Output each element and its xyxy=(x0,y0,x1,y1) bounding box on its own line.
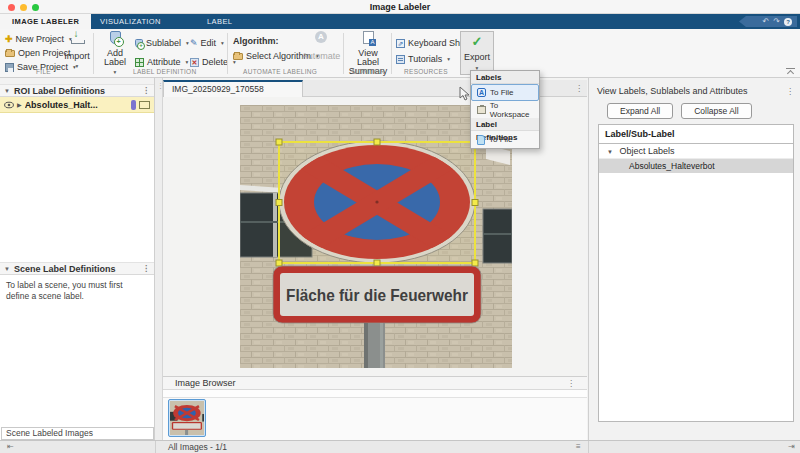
status-bar: ⇤ All Images - 1/1 ≡ ⇥ xyxy=(0,440,800,453)
section-label-monitor: MONITOR xyxy=(352,68,385,75)
tutorials-button[interactable]: Tutorials xyxy=(396,53,450,65)
algorithm-folder-icon xyxy=(233,53,243,60)
scene-panel-menu-icon[interactable]: ⋮ xyxy=(142,264,150,273)
visibility-eye-icon[interactable] xyxy=(4,101,14,109)
object-labels-group-row[interactable]: ▼ Object Labels xyxy=(599,144,793,159)
collapse-all-button[interactable]: Collapse All xyxy=(681,103,751,119)
export-labels-to-workspace-item[interactable]: To Workspace xyxy=(471,101,539,118)
section-label-file: FILE xyxy=(36,68,51,75)
ribbon-toolbar: ✚ New Project Open Project Save Project … xyxy=(0,29,800,78)
tab-visualization[interactable]: VISUALIZATION xyxy=(88,14,173,29)
scene-help-text: To label a scene, you must first define … xyxy=(0,275,154,307)
thumbnail-strip xyxy=(163,398,587,440)
view-label-summary-button[interactable]: View Label Summary xyxy=(347,31,389,71)
left-panel: ▼ ROI Label Definitions ⋮ ▶ Absolutes_Ha… xyxy=(0,78,155,440)
automate-button: A Automate xyxy=(303,31,339,71)
export-labels-to-file-item[interactable]: A To File xyxy=(471,84,539,101)
label-row-absolutes-halteverbot[interactable]: Absolutes_Halteverbot xyxy=(599,159,793,173)
scene-labeled-images-label: Scene Labeled Images xyxy=(1,427,154,440)
workspace-icon xyxy=(477,106,486,114)
tutorials-icon xyxy=(396,55,405,64)
collapse-caret-icon: ▼ xyxy=(4,266,10,272)
definitions-file-icon xyxy=(477,135,485,145)
sublabel-icon xyxy=(135,39,143,48)
sign-pole xyxy=(364,323,385,368)
fire-lane-sign-text: Fläche für die Feuerwehr xyxy=(286,286,468,305)
main-area: ▼ ROI Label Definitions ⋮ ▶ Absolutes_Ha… xyxy=(0,78,800,440)
import-button[interactable]: Import xyxy=(63,31,91,71)
import-dropdown-arrow xyxy=(76,61,79,71)
labels-table: Label/Sub-Label ▼ Object Labels Absolute… xyxy=(598,124,794,422)
layout-toggle-icon[interactable]: ≡ xyxy=(576,442,581,451)
view-labels-header: View Labels, Sublabels and Attributes ⋮ xyxy=(589,78,800,98)
export-dropdown-menu: Labels A To File To Workspace Label Defi… xyxy=(470,70,540,149)
fire-lane-sign: Fläche für die Feuerwehr xyxy=(273,266,481,323)
panel-splitter[interactable]: ⋮ xyxy=(155,78,163,440)
go-to-last-icon[interactable]: ⇥ xyxy=(788,442,795,451)
tab-label[interactable]: LABEL xyxy=(195,14,244,29)
keyboard-shortcuts-icon: ⇗ xyxy=(396,39,405,48)
add-label-button[interactable]: Add Label xyxy=(99,31,131,71)
collapse-ribbon-icon[interactable] xyxy=(786,68,795,75)
attribute-icon xyxy=(135,58,144,67)
group-collapse-caret-icon: ▼ xyxy=(607,149,613,155)
section-label-resources: RESOURCES xyxy=(404,68,448,75)
add-label-icon xyxy=(110,31,121,44)
ribbon-tab-bar: IMAGE LABELER VISUALIZATION LABEL ↶ ↷ ? xyxy=(0,14,800,29)
all-images-count: All Images - 1/1 xyxy=(168,442,227,452)
open-folder-icon xyxy=(5,50,15,57)
attribute-button[interactable]: Attribute xyxy=(135,56,188,68)
edit-button[interactable]: ✎ Edit xyxy=(190,37,224,49)
expand-caret-icon[interactable]: ▶ xyxy=(17,101,22,108)
save-icon xyxy=(5,63,14,72)
label-color-swatch[interactable] xyxy=(131,100,136,110)
tabstrip-menu-icon[interactable]: ⋮ xyxy=(575,84,583,93)
title-bar: Image Labeler xyxy=(0,0,800,14)
image-labeler-window: Image Labeler IMAGE LABELER VISUALIZATIO… xyxy=(0,0,800,453)
edit-icon: ✎ xyxy=(190,39,198,48)
roi-label-row[interactable]: ▶ Absolutes_Halt... xyxy=(0,97,154,113)
collapse-caret-icon: ▼ xyxy=(4,88,10,94)
image-browser-header[interactable]: Image Browser ⋮ xyxy=(163,376,587,390)
window-title: Image Labeler xyxy=(0,2,800,12)
image-browser-menu-icon[interactable]: ⋮ xyxy=(567,379,575,388)
export-menu-labels-header: Labels xyxy=(471,71,539,84)
go-to-first-icon[interactable]: ⇤ xyxy=(7,442,14,451)
tab-image-labeler[interactable]: IMAGE LABELER xyxy=(0,14,91,29)
undo-icon[interactable]: ↶ xyxy=(763,16,770,27)
quick-access-bar: ↶ ↷ ? xyxy=(739,16,797,27)
open-project-button[interactable]: Open Project xyxy=(5,47,71,59)
thumbnail-image xyxy=(170,401,204,435)
mouse-cursor xyxy=(459,86,471,102)
right-panel: View Labels, Sublabels and Attributes ⋮ … xyxy=(588,78,800,440)
roi-label-definitions-header[interactable]: ▼ ROI Label Definitions ⋮ xyxy=(0,84,154,97)
redo-icon[interactable]: ↷ xyxy=(773,16,780,27)
import-icon xyxy=(71,31,84,44)
roi-bounding-box[interactable] xyxy=(276,139,478,266)
delete-button[interactable]: ✕ Delete xyxy=(190,56,236,68)
export-button[interactable]: ✓ Export xyxy=(460,31,494,75)
section-label-definition: LABEL DEFINITION xyxy=(133,68,196,75)
expand-all-button[interactable]: Expand All xyxy=(607,103,673,119)
image-thumbnail-selected[interactable] xyxy=(168,399,206,437)
add-label-dropdown-arrow xyxy=(114,67,117,77)
automate-icon: A xyxy=(315,31,327,43)
new-project-button[interactable]: ✚ New Project xyxy=(5,33,72,45)
scene-label-definitions-header[interactable]: ▼ Scene Label Definitions ⋮ xyxy=(0,262,154,275)
view-labels-menu-icon[interactable]: ⋮ xyxy=(786,87,794,96)
delete-icon: ✕ xyxy=(190,58,199,67)
rectangle-roi-icon[interactable] xyxy=(139,101,150,109)
roi-panel-menu-icon[interactable]: ⋮ xyxy=(142,86,150,95)
export-menu-definitions-header: Label Definitions xyxy=(471,118,539,131)
export-check-icon: ✓ xyxy=(472,35,483,48)
help-icon[interactable]: ? xyxy=(784,18,792,26)
roi-label-name: Absolutes_Halt... xyxy=(25,100,128,110)
labels-table-column-header: Label/Sub-Label xyxy=(599,125,793,144)
sublabel-button[interactable]: Sublabel xyxy=(135,37,189,49)
label-summary-icon xyxy=(363,31,374,44)
algorithm-label: Algorithm: xyxy=(233,35,279,47)
labels-file-icon: A xyxy=(477,88,486,97)
section-label-automate: AUTOMATE LABELING xyxy=(243,68,317,75)
image-document-tab[interactable]: IMG_20250929_170558 xyxy=(163,80,303,97)
new-project-icon: ✚ xyxy=(5,35,13,44)
